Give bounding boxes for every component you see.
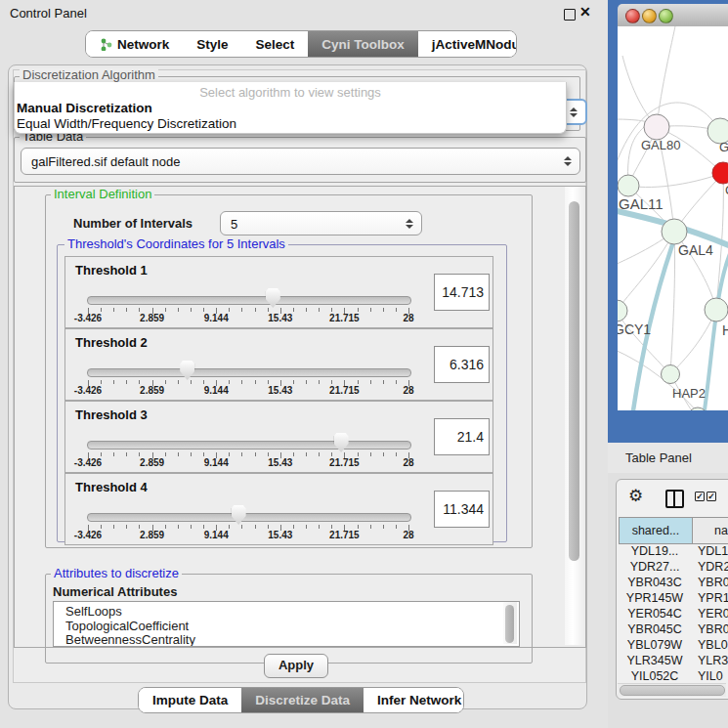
- slider-tick: [229, 380, 230, 384]
- tab-style[interactable]: Style: [183, 31, 241, 57]
- gear-icon[interactable]: ⚙: [628, 486, 643, 506]
- slider-tick: [241, 525, 242, 529]
- slider-tick-label: -3.426: [74, 313, 102, 323]
- cell-shared-name: YIL052C: [618, 669, 692, 682]
- slider-tick: [229, 525, 230, 529]
- cell-shared-name: YDL19...: [618, 544, 692, 560]
- checkbox-icon[interactable]: ✓: [695, 492, 705, 501]
- tab-network[interactable]: Network: [86, 31, 183, 57]
- table-row[interactable]: YPR145WYPR1: [618, 591, 728, 607]
- threshold-value-field[interactable]: 6.316: [434, 346, 490, 383]
- slider-track[interactable]: [87, 441, 411, 450]
- slider-tick: [255, 452, 256, 456]
- threshold-coordinates-label: Threshold's Coordinates for 5 Intervals: [64, 237, 288, 250]
- cell-name: YDL1: [692, 544, 728, 560]
- slider-thumb[interactable]: [180, 361, 194, 380]
- combo-arrows-icon: [564, 156, 572, 166]
- number-of-intervals-combobox[interactable]: 5: [220, 211, 422, 236]
- slider-tick: [319, 452, 320, 456]
- checkbox-icon[interactable]: ✓: [707, 492, 716, 501]
- threshold-row-3: Threshold 3-3.4262.8599.14415.4321.71528…: [64, 401, 493, 473]
- table-data-combobox[interactable]: galFiltered.sif default node: [21, 148, 580, 175]
- slider-tick: [101, 308, 102, 312]
- slider-tick-label: 2.859: [140, 530, 164, 540]
- close-icon[interactable]: ✕: [579, 4, 591, 20]
- slider-thumb[interactable]: [334, 433, 349, 452]
- slider-tick-label: 28: [403, 313, 413, 323]
- slider-tick: [306, 525, 307, 529]
- tab-infer-network[interactable]: Infer Network: [364, 688, 464, 712]
- slider-tick: [306, 452, 307, 456]
- slider-tick: [203, 452, 204, 456]
- table-panel-title: Table Panel: [625, 450, 692, 465]
- slider-tick-label: 9.144: [204, 530, 229, 540]
- zoom-traffic-light-icon[interactable]: [659, 9, 673, 23]
- threshold-value-field[interactable]: 14.713: [434, 274, 490, 311]
- network-window-titlebar[interactable]: [618, 4, 728, 27]
- slider-track[interactable]: [87, 296, 411, 305]
- interval-definition-label: Interval Definition: [51, 188, 154, 200]
- cell-shared-name: YBR045C: [618, 622, 692, 638]
- split-columns-icon[interactable]: [665, 490, 684, 508]
- slider-tick: [139, 380, 140, 384]
- cell-name: YBR0: [692, 622, 728, 638]
- attribute-list-item-selfloops[interactable]: SelfLoops: [65, 604, 122, 619]
- table-row[interactable]: YBR045CYBR0: [618, 622, 728, 638]
- threshold-value-field[interactable]: 11.344: [434, 491, 490, 528]
- slider-tick: [165, 452, 166, 456]
- attribute-list-item-topologicalcoefficient[interactable]: TopologicalCoefficient: [65, 619, 189, 633]
- cell-name: YBR0: [692, 576, 728, 591]
- table-row[interactable]: YBL079WYBL0: [618, 638, 728, 654]
- table-row[interactable]: YDL19...YDL1: [618, 544, 728, 560]
- tab-jactivemnodules[interactable]: jActiveMNodules: [418, 31, 517, 57]
- column-header-name[interactable]: na: [692, 517, 728, 544]
- slider-tick-label: 2.859: [140, 457, 164, 468]
- slider-tick: [331, 380, 332, 384]
- table-row[interactable]: YBR043CYBR0: [618, 576, 728, 591]
- tab-impute-data[interactable]: Impute Data: [139, 688, 241, 712]
- attributes-scrollbar-thumb[interactable]: [505, 605, 514, 643]
- minimize-traffic-light-icon[interactable]: [642, 9, 657, 23]
- slider-thumb[interactable]: [232, 505, 246, 525]
- dropdown-option-equal-width-frequency[interactable]: Equal Width/Frequency Discretization: [17, 116, 236, 131]
- close-traffic-light-icon[interactable]: [625, 9, 640, 23]
- node-right-mid: [705, 298, 728, 321]
- tab-cyni-toolbox[interactable]: Cyni Toolbox: [308, 31, 418, 57]
- slider-tick: [101, 452, 102, 456]
- slider-tick: [370, 525, 371, 529]
- slider-tick: [229, 452, 230, 456]
- float-window-icon[interactable]: [564, 9, 576, 21]
- threshold-value-field[interactable]: 21.4: [434, 418, 490, 455]
- cell-shared-name: YPR145W: [618, 591, 692, 607]
- slider-track[interactable]: [87, 368, 411, 377]
- dropdown-option-manual-discretization[interactable]: Manual Discretization: [17, 101, 152, 115]
- apply-button[interactable]: Apply: [264, 654, 328, 678]
- attribute-list-item-betweennesscentrality[interactable]: BetweennessCentrality: [65, 632, 195, 647]
- tab-discretize-data[interactable]: Discretize Data: [241, 688, 364, 712]
- slider-tick-label: 21.715: [329, 530, 360, 540]
- table-row[interactable]: YLR345WYLR3: [618, 654, 728, 669]
- slider-tick-label: -3.426: [74, 385, 102, 396]
- vertical-scrollbar-thumb[interactable]: [569, 201, 579, 561]
- horizontal-scrollbar-thumb[interactable]: [620, 685, 725, 696]
- table-row[interactable]: YER054CYER0: [618, 607, 728, 622]
- slider-tick: [293, 308, 294, 312]
- slider-tick: [113, 380, 114, 384]
- slider-tick: [370, 380, 371, 384]
- table-row[interactable]: YIL052CYIL0: [618, 669, 728, 682]
- slider-tick-label: 28: [403, 530, 413, 540]
- cell-shared-name: YBL079W: [618, 638, 692, 654]
- cell-name: YPR1: [692, 591, 728, 607]
- threshold-label: Threshold 3: [75, 407, 148, 422]
- slider-tick: [139, 308, 140, 312]
- node-label-gal4: GAL4: [678, 242, 713, 258]
- slider-tick-label: 21.715: [329, 313, 360, 323]
- cell-shared-name: YBR043C: [618, 576, 692, 591]
- tab-select[interactable]: Select: [242, 31, 309, 57]
- dropdown-placeholder-option[interactable]: Select algorithm to view settings: [15, 85, 566, 100]
- table-row[interactable]: YDR27...YDR2: [618, 560, 728, 576]
- slider-track[interactable]: [87, 513, 411, 522]
- column-header-shared-name[interactable]: shared...: [619, 517, 693, 544]
- network-canvas[interactable]: GAL80 G. C GAL11 GAL4 GCY1 H HAP2: [618, 26, 728, 410]
- slider-thumb[interactable]: [266, 288, 280, 308]
